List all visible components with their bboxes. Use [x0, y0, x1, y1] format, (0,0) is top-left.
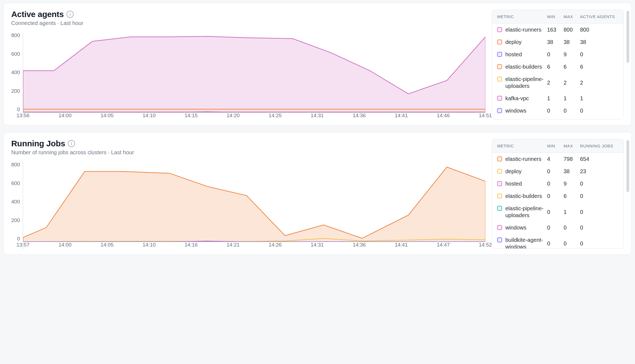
y-tick: 600 — [11, 51, 20, 57]
legend-metric-name: elastic-builders — [505, 63, 542, 70]
y-tick: 600 — [11, 180, 20, 186]
x-tick: 14:20 — [227, 113, 240, 119]
x-tick: 14:25 — [269, 113, 282, 119]
x-tick: 14:10 — [143, 113, 156, 119]
legend-max: 38 — [564, 168, 580, 175]
legend-min: 0 — [547, 108, 564, 114]
legend-row[interactable]: elastic-builders060 — [492, 190, 623, 202]
x-tick: 14:00 — [59, 242, 72, 248]
x-tick: 14:05 — [101, 242, 114, 248]
legend-row[interactable]: elastic-runners4798654 — [492, 153, 623, 165]
legend-value: 6 — [580, 64, 619, 70]
x-tick: 13:57 — [16, 242, 30, 248]
x-tick: 14:15 — [185, 113, 198, 119]
info-icon[interactable]: i — [66, 11, 74, 18]
legend-swatch-icon — [497, 156, 502, 161]
y-tick: 0 — [17, 236, 20, 242]
x-tick: 14:00 — [59, 113, 72, 119]
legend-value: 2 — [580, 80, 619, 86]
legend-min: 1 — [547, 95, 564, 102]
legend-metric-name: elastic-pipeline-uploaders — [505, 205, 547, 219]
legend-metric-name: deploy — [505, 39, 522, 46]
legend-row[interactable]: buildkite-agent-windows000 — [492, 234, 623, 248]
chart-running-jobs[interactable]: 8006004002000 13:5714:0014:0514:1014:161… — [11, 162, 485, 250]
x-tick: 14:41 — [395, 242, 408, 248]
legend-metric-name: buildkite-agent-windows — [505, 237, 547, 248]
legend-col-max: MAX — [564, 14, 580, 19]
legend-swatch-icon — [497, 40, 502, 44]
legend-metric-name: deploy — [505, 168, 522, 175]
legend-metric-name: windows — [505, 107, 527, 114]
y-tick: 800 — [11, 162, 20, 168]
legend-row[interactable]: hosted090 — [492, 178, 623, 190]
x-tick: 14:51 — [479, 113, 492, 119]
legend-swatch-icon — [497, 52, 502, 57]
legend-max: 9 — [564, 51, 580, 58]
legend-max: 6 — [564, 64, 580, 70]
legend-metric-name: elastic-runners — [505, 156, 541, 163]
info-icon[interactable]: i — [68, 140, 75, 147]
legend-value: 800 — [580, 27, 619, 33]
y-tick: 400 — [11, 199, 20, 205]
x-axis: 13:5714:0014:0514:1014:1614:2114:2614:31… — [23, 242, 485, 250]
x-tick: 14:16 — [185, 242, 198, 248]
legend-metric-name: elastic-runners — [505, 26, 541, 33]
legend-row[interactable]: elastic-builders666 — [492, 61, 623, 73]
legend-value: 1 — [580, 95, 619, 102]
legend-value: 0 — [580, 209, 619, 215]
y-tick: 400 — [11, 69, 20, 75]
legend-col-max: MAX — [564, 144, 580, 148]
legend-max: 38 — [564, 39, 580, 45]
legend-col-value: ACTIVE AGENTS — [580, 14, 619, 19]
legend-col-metric: METRIC — [497, 144, 547, 148]
legend-swatch-icon — [497, 64, 502, 69]
legend-max: 6 — [564, 193, 580, 199]
legend-value: 0 — [580, 51, 619, 58]
legend-row[interactable]: elastic-pipeline-uploaders010 — [492, 202, 623, 222]
legend-metric-name: hosted — [505, 180, 522, 187]
scrollbar[interactable] — [626, 11, 629, 63]
legend-max: 798 — [564, 156, 580, 162]
legend-min: 2 — [547, 80, 564, 86]
legend-row[interactable]: deploy03823 — [492, 165, 623, 178]
legend-min: 0 — [547, 168, 564, 175]
legend-table: METRIC MIN MAX ACTIVE AGENTS elastic-run… — [492, 10, 624, 119]
legend-swatch-icon — [497, 27, 502, 32]
scrollbar[interactable] — [626, 140, 629, 192]
chart-active-agents[interactable]: 8006004002000 13:5614:0014:0514:1014:151… — [11, 32, 485, 120]
legend-value: 0 — [580, 181, 619, 187]
legend-col-min: MIN — [547, 144, 564, 148]
legend-max: 1 — [564, 209, 580, 215]
panel-running-jobs: Running Jobs i Number of running jobs ac… — [3, 132, 632, 255]
legend-table: METRIC MIN MAX RUNNING JOBS elastic-runn… — [492, 139, 624, 249]
x-tick: 14:36 — [353, 242, 366, 248]
legend-row[interactable]: deploy383838 — [492, 36, 623, 48]
legend-row[interactable]: windows000 — [492, 105, 623, 117]
legend-metric-name: elastic-builders — [505, 193, 542, 200]
legend-min: 0 — [547, 193, 564, 199]
x-tick: 14:21 — [227, 242, 240, 248]
x-tick: 14:05 — [101, 113, 114, 119]
legend-row[interactable]: kafka-vpc111 — [492, 92, 623, 105]
legend-min: 163 — [547, 27, 564, 33]
x-tick: 14:10 — [143, 242, 156, 248]
legend-row[interactable]: hosted090 — [492, 48, 623, 61]
x-tick: 14:26 — [269, 242, 282, 248]
x-tick: 14:31 — [311, 113, 324, 119]
legend-min: 38 — [547, 39, 564, 45]
y-tick: 800 — [11, 32, 20, 38]
y-axis: 8006004002000 — [11, 32, 23, 120]
x-tick: 14:47 — [437, 242, 450, 248]
legend-max: 0 — [564, 225, 580, 231]
y-tick: 0 — [17, 107, 20, 113]
legend-metric-name: hosted — [505, 51, 522, 58]
legend-row[interactable]: windows000 — [492, 222, 623, 234]
panel-title: Running Jobs — [11, 139, 65, 148]
y-tick: 200 — [11, 88, 20, 94]
legend-value: 0 — [580, 108, 619, 114]
legend-row[interactable]: elastic-pipeline-uploaders222 — [492, 73, 623, 92]
x-tick: 14:31 — [311, 242, 324, 248]
legend-row[interactable]: elastic-runners163800800 — [492, 24, 623, 36]
legend-swatch-icon — [497, 206, 502, 211]
legend-value: 654 — [580, 156, 619, 162]
